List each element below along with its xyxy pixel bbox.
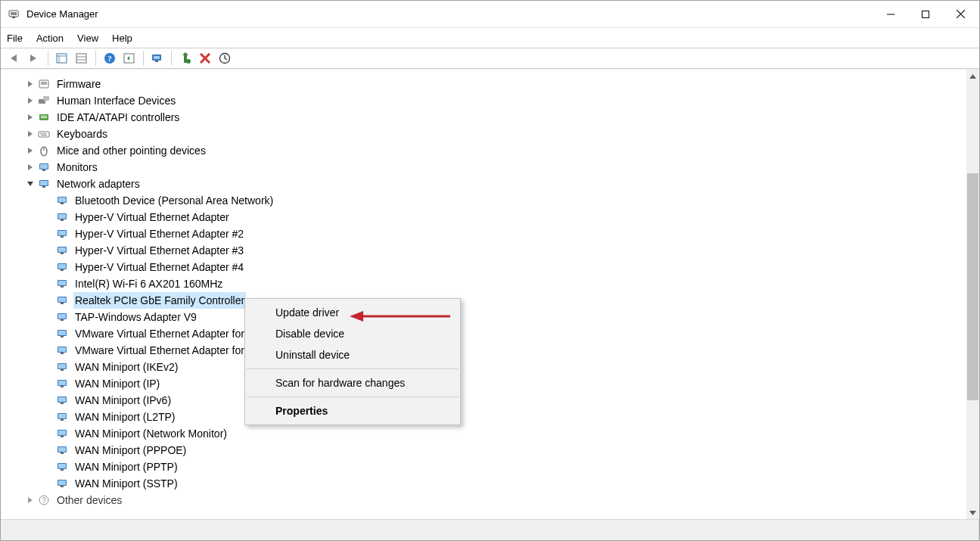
- adapter-icon: [55, 393, 69, 407]
- expand-icon[interactable]: [25, 129, 36, 139]
- menubar: File Action View Help: [1, 28, 979, 48]
- menu-file[interactable]: File: [7, 33, 23, 44]
- svg-rect-10: [76, 54, 86, 63]
- adapter-icon: [55, 327, 69, 340]
- tree-device[interactable]: WAN Miniport (IP): [11, 375, 966, 392]
- svg-rect-29: [41, 116, 47, 117]
- disable-icon[interactable]: [216, 49, 234, 67]
- svg-rect-94: [61, 469, 64, 471]
- tree-device[interactable]: WAN Miniport (IPv6): [11, 392, 966, 409]
- tree-category[interactable]: IDE ATA/ATAPI controllers: [11, 109, 966, 126]
- scrollbar-thumb[interactable]: [967, 173, 978, 400]
- tree-device[interactable]: WAN Miniport (L2TP): [11, 409, 966, 425]
- tree-device[interactable]: TAP-Windows Adapter V9: [11, 309, 966, 325]
- svg-rect-39: [40, 164, 48, 169]
- expand-icon[interactable]: [25, 145, 36, 156]
- tree-device[interactable]: WAN Miniport (Network Monitor): [11, 425, 966, 442]
- vertical-scrollbar[interactable]: [966, 70, 979, 519]
- expand-icon[interactable]: [25, 495, 36, 505]
- svg-rect-42: [40, 181, 48, 185]
- menu-update-driver[interactable]: Update driver: [245, 302, 460, 323]
- tree-category[interactable]: Monitors: [11, 159, 966, 176]
- svg-rect-43: [42, 186, 45, 188]
- maximize-button[interactable]: [908, 1, 943, 28]
- svg-rect-1: [11, 12, 17, 15]
- adapter-icon: [55, 410, 69, 424]
- tree-device[interactable]: VMware Virtual Ethernet Adapter for VMne…: [11, 342, 966, 359]
- tree-category[interactable]: Mice and other pointing devices: [11, 142, 966, 159]
- list-icon[interactable]: [73, 49, 91, 67]
- tree-category[interactable]: Human Interface Devices: [11, 92, 966, 109]
- svg-rect-93: [58, 464, 66, 468]
- svg-rect-75: [58, 364, 66, 368]
- tree-category[interactable]: Network adapters: [11, 176, 966, 192]
- tree-device[interactable]: WAN Miniport (IKEv2): [11, 359, 966, 375]
- tree-device[interactable]: WAN Miniport (PPPOE): [11, 442, 966, 459]
- adapter-icon: [55, 194, 69, 207]
- scan-hardware-icon[interactable]: [148, 49, 166, 67]
- svg-rect-7: [57, 54, 67, 63]
- menu-uninstall-device[interactable]: Uninstall device: [245, 344, 460, 365]
- menu-help[interactable]: Help: [112, 33, 132, 44]
- help-icon[interactable]: ?: [101, 49, 119, 67]
- svg-rect-85: [61, 419, 64, 421]
- firmware-icon: [37, 77, 51, 91]
- ide-icon: [37, 110, 51, 124]
- tree-device[interactable]: WAN Miniport (PPTP): [11, 459, 966, 475]
- expand-icon[interactable]: [25, 162, 36, 173]
- adapter-icon: [55, 360, 69, 374]
- tree-device[interactable]: Bluetooth Device (Personal Area Network): [11, 192, 966, 209]
- tree-device-selected[interactable]: Realtek PCIe GbE Family Controller: [11, 292, 966, 309]
- action-icon[interactable]: [120, 49, 138, 67]
- close-button[interactable]: [943, 1, 978, 28]
- scroll-up-icon[interactable]: [966, 70, 979, 82]
- other-icon: ?: [37, 493, 51, 507]
- tree-category[interactable]: ? Other devices: [11, 492, 966, 508]
- svg-rect-27: [43, 96, 49, 101]
- scrollbar-track[interactable]: [966, 82, 979, 506]
- adapter-icon: [55, 377, 69, 390]
- menu-scan-hardware[interactable]: Scan for hardware changes: [245, 372, 460, 393]
- tree-device[interactable]: Hyper-V Virtual Ethernet Adapter #3: [11, 242, 966, 259]
- tree-device[interactable]: Intel(R) Wi-Fi 6 AX201 160MHz: [11, 275, 966, 292]
- adapter-icon: [55, 310, 69, 324]
- svg-rect-30: [41, 117, 47, 118]
- svg-rect-25: [41, 82, 47, 85]
- device-tree[interactable]: Firmware Human Interface Devices IDE ATA…: [4, 73, 966, 519]
- svg-rect-55: [61, 253, 64, 254]
- svg-rect-91: [61, 452, 64, 454]
- update-driver-icon[interactable]: [176, 49, 194, 67]
- expand-icon[interactable]: [25, 112, 36, 123]
- svg-point-20: [186, 59, 191, 64]
- adapter-icon: [55, 460, 69, 474]
- back-button[interactable]: [5, 49, 23, 67]
- scroll-down-icon[interactable]: [966, 506, 979, 519]
- minimize-button[interactable]: [873, 1, 908, 28]
- expand-icon[interactable]: [25, 95, 36, 106]
- collapse-icon[interactable]: [25, 179, 36, 189]
- svg-rect-46: [61, 203, 64, 204]
- expand-icon[interactable]: [25, 79, 36, 89]
- svg-rect-78: [58, 381, 66, 385]
- menu-view[interactable]: View: [77, 33, 98, 44]
- svg-rect-69: [58, 331, 66, 335]
- network-icon: [37, 177, 51, 191]
- svg-rect-40: [42, 169, 45, 171]
- forward-button[interactable]: [25, 49, 43, 67]
- tree-category[interactable]: Firmware: [11, 76, 966, 92]
- show-hidden-icon[interactable]: [53, 49, 71, 67]
- tree-category[interactable]: Keyboards: [11, 126, 966, 142]
- tree-device[interactable]: WAN Miniport (SSTP): [11, 475, 966, 492]
- uninstall-icon[interactable]: [196, 49, 214, 67]
- tree-device[interactable]: Hyper-V Virtual Ethernet Adapter #2: [11, 225, 966, 242]
- menu-disable-device[interactable]: Disable device: [245, 323, 460, 344]
- statusbar: [1, 519, 979, 540]
- svg-rect-48: [58, 214, 66, 219]
- app-icon: [7, 8, 20, 21]
- tree-device[interactable]: Hyper-V Virtual Ethernet Adapter: [11, 209, 966, 225]
- tree-device[interactable]: Hyper-V Virtual Ethernet Adapter #4: [11, 259, 966, 275]
- menu-properties[interactable]: Properties: [245, 400, 460, 421]
- tree-device[interactable]: VMware Virtual Ethernet Adapter for VMne…: [11, 325, 966, 342]
- menu-action[interactable]: Action: [36, 33, 64, 44]
- svg-rect-31: [39, 132, 49, 137]
